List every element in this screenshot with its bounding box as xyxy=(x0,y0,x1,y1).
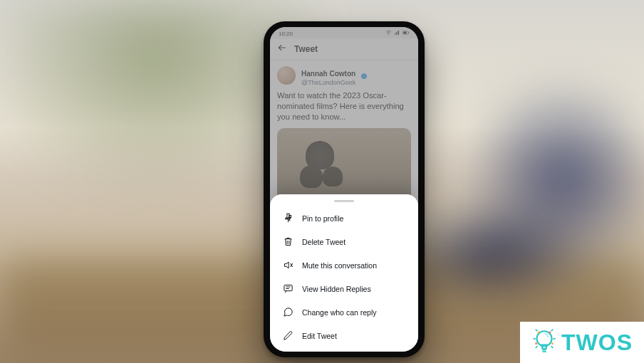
menu-item-change-reply[interactable]: Change who can reply xyxy=(270,300,418,324)
phone-frame: 10:20 Tweet xyxy=(264,21,425,357)
replies-icon xyxy=(283,283,294,294)
svg-point-12 xyxy=(549,332,551,334)
pin-icon xyxy=(283,213,294,223)
action-sheet: Pin to profile Delete Tweet Mute this co… xyxy=(270,194,418,352)
menu-item-pin[interactable]: Pin to profile xyxy=(270,206,418,230)
menu-item-label: Delete Tweet xyxy=(302,238,346,246)
svg-point-11 xyxy=(538,332,540,334)
menu-item-label: Mute this conversation xyxy=(302,261,377,270)
menu-item-edit[interactable]: Edit Tweet xyxy=(270,324,418,347)
trash-icon xyxy=(283,236,294,247)
reply-bubble-icon xyxy=(283,307,294,317)
sheet-grabber[interactable] xyxy=(334,200,354,202)
mute-icon xyxy=(283,260,294,270)
menu-item-mute[interactable]: Mute this conversation xyxy=(270,253,418,277)
watermark-text: TWOS xyxy=(561,330,633,356)
menu-item-delete[interactable]: Delete Tweet xyxy=(270,230,418,253)
svg-rect-9 xyxy=(284,285,292,291)
menu-item-label: Edit Tweet xyxy=(302,332,337,340)
svg-point-13 xyxy=(535,342,537,344)
menu-item-label: Pin to profile xyxy=(302,214,343,223)
phone-screen: 10:20 Tweet xyxy=(270,27,418,352)
menu-item-label: View Hidden Replies xyxy=(302,285,371,293)
lightbulb-icon xyxy=(531,327,557,357)
menu-item-hidden-replies[interactable]: View Hidden Replies xyxy=(270,277,418,300)
menu-item-label: Change who can reply xyxy=(302,308,376,317)
edit-icon xyxy=(283,330,294,341)
watermark: TWOS xyxy=(520,322,644,363)
decorative-books xyxy=(445,221,587,306)
svg-point-14 xyxy=(551,342,554,344)
